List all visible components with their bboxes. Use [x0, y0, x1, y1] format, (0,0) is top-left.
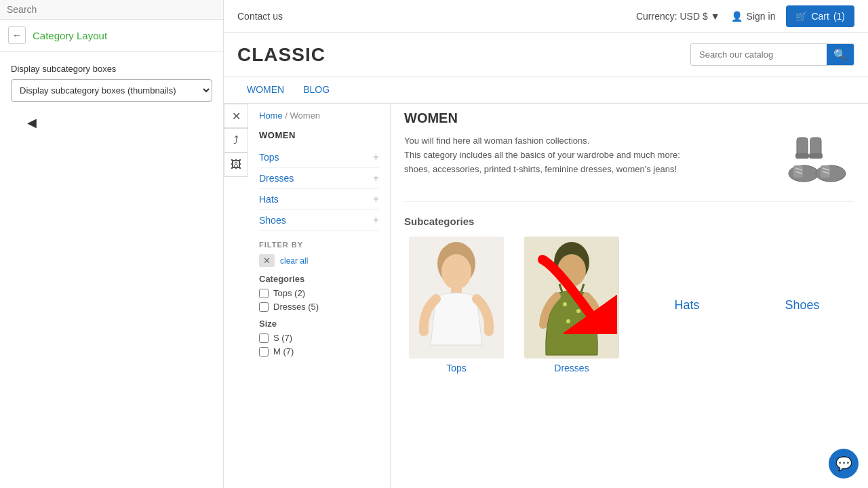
top-nav: Contact us Currency: USD $ ▼ 👤 Sign in 🛒… [224, 0, 868, 33]
breadcrumb: Home / Women [259, 110, 379, 121]
svg-point-5 [816, 165, 846, 182]
sidebar-shoes-expand-icon: + [373, 214, 379, 226]
women-section-title: WOMEN [404, 110, 854, 126]
monitor-overlay-button[interactable]: 🖼 [224, 152, 248, 177]
filter-tops[interactable]: Tops (2) [259, 288, 379, 298]
nav-tabs: WOMEN BLOG [224, 77, 868, 104]
catalog-search-input[interactable] [691, 45, 827, 64]
filter-by-title: FILTER BY [259, 241, 303, 249]
breadcrumb-home[interactable]: Home [259, 110, 283, 121]
women-description: You will find here all woman fashion col… [404, 134, 854, 202]
chat-icon: 💬 [835, 455, 852, 472]
chevron-down-icon: ▼ [711, 11, 720, 22]
subcategory-dresses[interactable]: Dresses [519, 237, 624, 373]
filter-size-m[interactable]: M (7) [259, 346, 379, 357]
filter-header: FILTER BY [259, 241, 379, 249]
main-content: WOMEN You will find here all woman fashi… [391, 104, 868, 488]
sidebar-tops-label: Tops [259, 152, 279, 163]
close-overlay-button[interactable]: ✕ [224, 104, 248, 128]
filter-tops-checkbox[interactable] [259, 289, 269, 298]
display-subcategory-section: Display subcategory boxes Display subcat… [0, 52, 223, 108]
sidebar-item-shoes[interactable]: Shoes + [259, 210, 379, 231]
sidebar-hats-label: Hats [259, 194, 279, 205]
contact-link[interactable]: Contact us [237, 11, 283, 22]
filter-m-label: M (7) [273, 346, 294, 357]
filter-s-checkbox[interactable] [259, 333, 269, 343]
left-panel: ← Category Layout Display subcategory bo… [0, 0, 224, 488]
cursor-indicator: ◀ [0, 115, 223, 130]
sidebar-item-tops[interactable]: Tops + [259, 147, 379, 168]
svg-rect-2 [795, 153, 809, 159]
category-layout-title: Category Layout [33, 30, 107, 41]
dresses-person-svg [524, 237, 619, 359]
overlay-controls: ✕ ⤴ 🖼 [224, 104, 248, 177]
sidebar-filter: Home / Women WOMEN Tops + Dresses + Hats… [248, 104, 391, 488]
catalog-search-button[interactable]: 🔍 [827, 44, 854, 65]
filter-clear-row: ✕ clear all [259, 254, 379, 267]
subcategory-tops[interactable]: Tops [404, 237, 509, 373]
back-button[interactable]: ← [8, 26, 26, 44]
search-input[interactable] [7, 4, 216, 15]
expand-overlay-button[interactable]: ⤴ [224, 128, 248, 152]
tab-women[interactable]: WOMEN [237, 77, 294, 103]
sidebar-tops-expand-icon: + [373, 151, 379, 163]
search-icon: 🔍 [833, 49, 847, 60]
desc-line-2: This category includes all the basics of… [404, 148, 776, 163]
sidebar-hats-expand-icon: + [373, 193, 379, 205]
chat-button[interactable]: 💬 [829, 449, 859, 479]
filter-dresses[interactable]: Dresses (5) [259, 302, 379, 312]
breadcrumb-current: Women [290, 110, 321, 121]
svg-point-23 [580, 326, 584, 330]
cart-button[interactable]: 🛒 Cart (1) [786, 5, 854, 27]
subcategories-title: Subcategories [404, 216, 854, 227]
currency-selector[interactable]: Currency: USD $ ▼ [636, 11, 720, 22]
svg-point-22 [566, 319, 570, 323]
tops-person-svg [409, 237, 504, 359]
desc-line-3: shoes, accessories, printed t-shirts, fe… [404, 163, 776, 177]
subcategory-shoes[interactable]: Shoes [750, 237, 854, 373]
shoes-illustration [787, 134, 854, 188]
subcategory-hats[interactable]: Hats [635, 237, 739, 373]
filter-m-checkbox[interactable] [259, 347, 269, 357]
clear-all-button[interactable]: clear all [280, 256, 308, 266]
category-layout-header: ← Category Layout [0, 20, 223, 52]
cart-icon: 🛒 [795, 11, 807, 22]
categories-section-title: Categories [259, 274, 379, 284]
top-nav-right: Currency: USD $ ▼ 👤 Sign in 🛒 Cart (1) [636, 5, 854, 27]
sidebar-item-dresses[interactable]: Dresses + [259, 168, 379, 189]
sidebar-dresses-expand-icon: + [373, 172, 379, 184]
tab-blog[interactable]: BLOG [294, 77, 339, 103]
sidebar-dresses-label: Dresses [259, 173, 294, 184]
currency-label: Currency: USD $ [636, 11, 708, 22]
desc-line-1: You will find here all woman fashion col… [404, 134, 776, 148]
hats-label: Hats [674, 298, 699, 312]
filter-s-label: S (7) [273, 333, 292, 343]
user-icon: 👤 [731, 11, 743, 22]
svg-rect-7 [821, 165, 830, 178]
filter-dresses-checkbox[interactable] [259, 302, 269, 312]
cart-label: Cart [811, 11, 829, 22]
filter-size-s[interactable]: S (7) [259, 333, 379, 343]
cart-count: (1) [833, 11, 845, 22]
top-nav-left: Contact us [237, 11, 283, 22]
filter-dresses-label: Dresses (5) [273, 302, 319, 312]
sign-in-link[interactable]: 👤 Sign in [731, 11, 776, 22]
sidebar-shoes-label: Shoes [259, 215, 286, 226]
sidebar-section-title: WOMEN [259, 130, 379, 140]
display-subcategory-select[interactable]: Display subcategory boxes (thumbnails) N… [11, 79, 212, 102]
sidebar-item-hats[interactable]: Hats + [259, 189, 379, 210]
store-title: CLASSIC [237, 44, 326, 66]
women-desc-text: You will find here all woman fashion col… [404, 134, 776, 176]
svg-point-20 [563, 302, 567, 306]
sign-in-label: Sign in [747, 11, 776, 22]
search-bar [0, 0, 223, 20]
svg-point-18 [557, 254, 586, 287]
store-search: 🔍 [690, 43, 854, 66]
breadcrumb-separator: / [285, 110, 290, 121]
display-subcategory-label: Display subcategory boxes [11, 64, 212, 74]
svg-rect-3 [809, 153, 823, 159]
content-area: ✕ ⤴ 🖼 Home / Women WOMEN Tops + Dresses … [224, 104, 868, 488]
svg-point-4 [789, 165, 818, 182]
filter-x-badge[interactable]: ✕ [259, 254, 275, 267]
women-icon [787, 134, 854, 190]
